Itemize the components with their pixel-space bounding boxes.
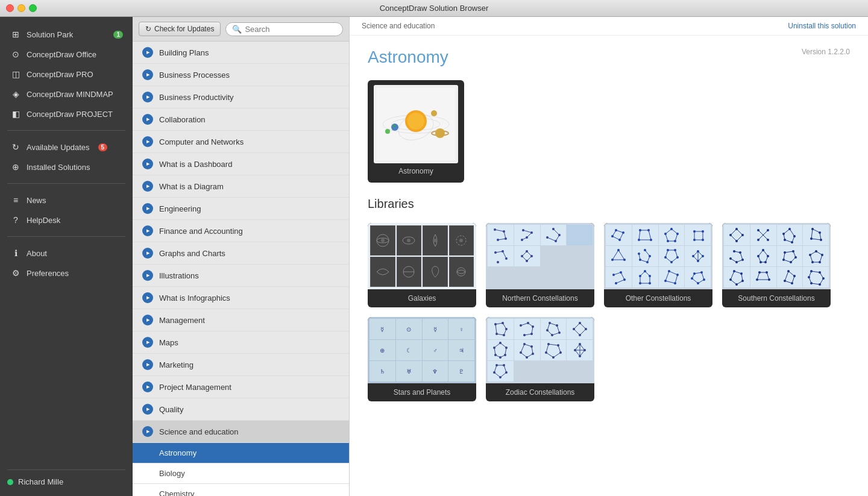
sidebar-item-helpdesk[interactable]: ? HelpDesk xyxy=(2,210,130,230)
sidebar-item-about[interactable]: ℹ About xyxy=(2,243,130,263)
svg-line-165 xyxy=(737,229,743,235)
nav-item-project-management[interactable]: Project Management xyxy=(133,376,349,398)
svg-line-181 xyxy=(792,236,794,242)
traffic-lights[interactable] xyxy=(6,4,37,12)
stars-planets-grid: ☿ ⊙ ☿ ♀ ⊕ ☾ ♂ ♃ ♄ ♅ ♆ ♇ xyxy=(368,317,476,383)
sidebar-item-project[interactable]: ◧ ConceptDraw PROJECT xyxy=(2,104,130,124)
nav-item-marketing[interactable]: Marketing xyxy=(133,354,349,376)
nav-item-label: Management xyxy=(159,316,205,325)
close-button[interactable] xyxy=(6,4,14,12)
library-card-northern-constellations[interactable]: Northern Constellations xyxy=(486,223,594,307)
svg-point-7 xyxy=(435,128,445,138)
nav-arrow-icon xyxy=(142,69,153,80)
solution-preview-card[interactable]: Astronomy xyxy=(368,80,464,183)
nav-arrow-icon xyxy=(142,136,153,147)
nav-item-graphs-charts[interactable]: Graphs and Charts xyxy=(133,242,349,265)
nav-item-business-processes[interactable]: Business Processes xyxy=(133,64,349,86)
svg-line-231 xyxy=(810,251,816,255)
check-updates-button[interactable]: ↻ Check for Updates xyxy=(139,22,221,36)
nav-item-engineering[interactable]: Engineering xyxy=(133,198,349,220)
nav-item-label: What is a Dashboard xyxy=(159,160,232,169)
sidebar-item-label: News xyxy=(27,196,46,205)
nav-item-finance[interactable]: Finance and Accounting xyxy=(133,220,349,242)
nav-item-computer-networks[interactable]: Computer and Networks xyxy=(133,131,349,153)
minimize-button[interactable] xyxy=(17,4,25,12)
nav-arrow-icon xyxy=(142,337,153,348)
library-card-galaxies[interactable]: Galaxies xyxy=(368,223,476,307)
zodiac-constellations-image xyxy=(486,317,594,383)
nav-arrow-icon xyxy=(142,248,153,259)
sidebar-item-office[interactable]: ⊙ ConceptDraw Office xyxy=(2,45,130,64)
svg-line-278 xyxy=(497,334,504,335)
office-icon: ⊙ xyxy=(10,48,22,60)
uninstall-link[interactable]: Uninstall this solution xyxy=(788,22,856,30)
sidebar-item-preferences[interactable]: ⚙ Preferences xyxy=(2,263,130,283)
search-box[interactable]: 🔍 xyxy=(225,22,343,36)
northern-constellations-image xyxy=(486,223,594,289)
sidebar-item-mindmap[interactable]: ◈ ConceptDraw MINDMAP xyxy=(2,84,130,104)
nav-item-label: Collaboration xyxy=(159,115,206,124)
nav-item-building-plans[interactable]: Building Plans xyxy=(133,42,349,64)
svg-line-180 xyxy=(790,229,794,236)
svg-line-83 xyxy=(665,229,671,234)
galaxies-label: Galaxies xyxy=(406,289,439,307)
nav-item-science-education[interactable]: Science and education xyxy=(133,421,349,443)
other-const-grid xyxy=(604,223,712,289)
library-card-stars-planets[interactable]: ☿ ⊙ ☿ ♀ ⊕ ☾ ♂ ♃ ♄ ♅ ♆ ♇ xyxy=(368,317,476,401)
sidebar-item-available-updates[interactable]: ↻ Available Updates 5 xyxy=(2,137,130,157)
svg-line-265 xyxy=(820,272,823,278)
nav-sub-item-astronomy[interactable]: Astronomy xyxy=(133,443,349,463)
nav-item-what-is-diagram[interactable]: What is a Diagram xyxy=(133,175,349,198)
svg-line-279 xyxy=(495,324,497,334)
nav-item-illustrations[interactable]: Illustrations xyxy=(133,265,349,287)
svg-line-344 xyxy=(580,350,585,356)
sidebar-item-news[interactable]: ≡ News xyxy=(2,190,130,210)
maximize-button[interactable] xyxy=(29,4,37,12)
svg-line-130 xyxy=(614,272,621,275)
sidebar-item-pro[interactable]: ◫ ConceptDraw PRO xyxy=(2,64,130,84)
svg-line-356 xyxy=(500,372,506,377)
svg-line-55 xyxy=(527,256,532,261)
sidebar-divider-1 xyxy=(7,130,125,131)
version-label: Version 1.2.2.0 xyxy=(802,48,850,56)
nav-arrow-icon xyxy=(142,92,153,102)
svg-line-113 xyxy=(675,250,678,257)
svg-line-200 xyxy=(737,260,743,262)
svg-line-345 xyxy=(575,350,580,356)
libraries-title: Libraries xyxy=(368,197,850,211)
nav-item-what-is-dashboard[interactable]: What is a Dashboard xyxy=(133,153,349,175)
svg-line-192 xyxy=(811,229,813,239)
nav-item-management[interactable]: Management xyxy=(133,309,349,331)
nav-item-quality[interactable]: Quality xyxy=(133,398,349,421)
svg-line-182 xyxy=(785,240,792,242)
solution-park-badge: 1 xyxy=(113,31,123,39)
nav-item-business-productivity[interactable]: Business Productivity xyxy=(133,86,349,108)
library-card-zodiac-constellations[interactable]: Zodiac Constellations xyxy=(486,317,594,401)
svg-line-43 xyxy=(547,237,556,241)
library-card-southern-constellations[interactable]: Southern Constellations xyxy=(722,223,831,307)
nav-item-collaboration[interactable]: Collaboration xyxy=(133,108,349,131)
svg-line-148 xyxy=(675,275,678,283)
svg-line-296 xyxy=(552,333,559,335)
svg-line-343 xyxy=(580,344,585,350)
sidebar-item-label: ConceptDraw PRO xyxy=(27,70,93,79)
sidebar-item-installed-solutions[interactable]: ⊕ Installed Solutions xyxy=(2,157,130,177)
svg-line-138 xyxy=(645,271,650,276)
svg-line-184 xyxy=(784,229,790,234)
svg-point-19 xyxy=(459,239,463,242)
nav-sub-item-chemistry[interactable]: Chemistry xyxy=(133,484,349,496)
svg-point-5 xyxy=(407,113,424,130)
svg-line-257 xyxy=(785,271,788,281)
library-card-other-constellations[interactable]: Other Constellations xyxy=(604,223,712,307)
sidebar-tools-section: ↻ Available Updates 5 ⊕ Installed Soluti… xyxy=(0,134,133,180)
search-input[interactable] xyxy=(245,25,336,34)
nav-item-infographics[interactable]: What is Infographics xyxy=(133,287,349,309)
svg-line-268 xyxy=(809,277,811,283)
nav-item-maps[interactable]: Maps xyxy=(133,331,349,354)
svg-line-239 xyxy=(737,281,743,284)
sidebar-misc-section: ≡ News ? HelpDesk xyxy=(0,187,133,233)
sidebar-item-solution-park[interactable]: ⊞ Solution Park 1 xyxy=(2,25,130,44)
nav-item-label: Building Plans xyxy=(159,48,209,57)
svg-line-315 xyxy=(500,355,505,357)
nav-sub-item-biology[interactable]: Biology xyxy=(133,463,349,484)
